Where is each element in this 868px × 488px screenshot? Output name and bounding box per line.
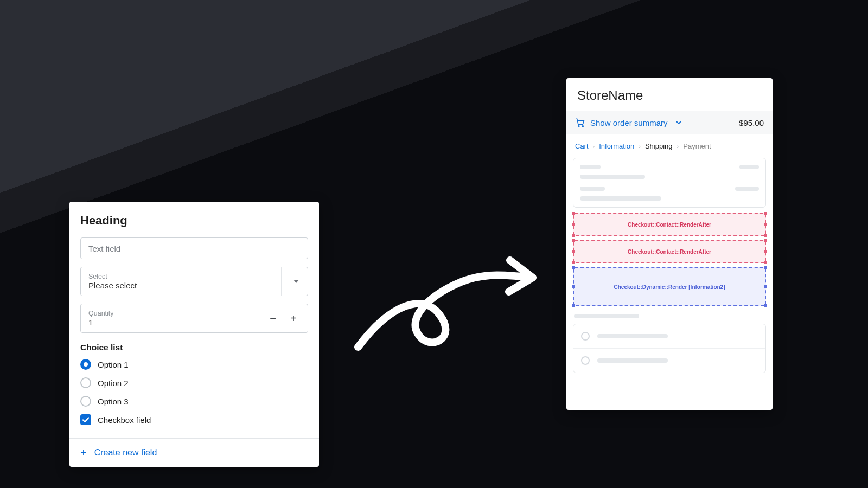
summary-toggle-label: Show order summary — [590, 118, 668, 127]
chevron-right-icon: › — [677, 143, 679, 150]
minus-icon[interactable]: − — [266, 312, 279, 325]
chevron-right-icon: › — [639, 143, 641, 150]
text-field-input[interactable]: Text field — [80, 237, 308, 259]
crumb-shipping: Shipping — [645, 142, 673, 150]
select-label: Select — [88, 273, 300, 280]
skeleton-list — [573, 324, 766, 373]
radio-icon — [80, 359, 91, 370]
radio-label: Option 2 — [98, 378, 129, 388]
svg-point-0 — [578, 126, 579, 127]
crumb-information[interactable]: Information — [599, 142, 634, 150]
radio-icon — [581, 332, 590, 341]
create-new-field-button[interactable]: + Create new field — [69, 438, 319, 467]
plus-icon[interactable]: + — [287, 312, 300, 325]
store-header: StoreName — [566, 78, 773, 111]
radio-option-3[interactable]: Option 3 — [80, 396, 308, 407]
order-total: $95.00 — [739, 118, 764, 127]
extension-slot-dynamic-render[interactable]: Checkout::Dynamic::Render [Information2] — [573, 267, 766, 306]
skeleton-line — [597, 358, 668, 363]
choice-list-heading: Choice list — [80, 343, 308, 352]
cart-icon — [575, 118, 585, 127]
list-item — [573, 324, 765, 348]
svg-point-1 — [582, 126, 583, 127]
create-field-label: Create new field — [94, 448, 157, 458]
checkbox-field[interactable]: Checkbox field — [80, 414, 308, 425]
checkout-breadcrumb: Cart › Information › Shipping › Payment — [566, 134, 773, 156]
crumb-payment: Payment — [683, 142, 711, 150]
radio-option-2[interactable]: Option 2 — [80, 377, 308, 388]
order-summary-toggle[interactable]: Show order summary $95.00 — [566, 111, 773, 134]
plus-icon: + — [80, 447, 87, 458]
checkbox-icon — [80, 414, 91, 425]
extension-slot-contact-render-after-1[interactable]: Checkout::Contact::RenderAfter — [573, 213, 766, 236]
crumb-cart[interactable]: Cart — [575, 142, 589, 150]
chevron-down-icon — [675, 118, 682, 127]
store-name: StoreName — [577, 88, 762, 103]
radio-option-1[interactable]: Option 1 — [80, 359, 308, 370]
chevron-down-icon — [293, 280, 299, 283]
checkbox-label: Checkbox field — [98, 415, 151, 425]
radio-label: Option 1 — [98, 360, 129, 369]
form-heading: Heading — [80, 214, 308, 228]
form-builder-card: Heading Text field Select Please select … — [69, 202, 319, 467]
extension-label: Checkout::Contact::RenderAfter — [628, 249, 711, 255]
chevron-right-icon: › — [593, 143, 595, 150]
skeleton-line — [597, 334, 668, 338]
checkout-preview-card: StoreName Show order summary $95.00 Cart… — [566, 78, 773, 410]
extension-slot-contact-render-after-2[interactable]: Checkout::Contact::RenderAfter — [573, 240, 766, 263]
radio-icon — [581, 356, 590, 365]
skeleton-panel — [573, 158, 766, 208]
skeleton-line — [574, 314, 639, 318]
radio-label: Option 3 — [98, 397, 129, 406]
text-field-placeholder: Text field — [88, 244, 300, 253]
select-value: Please select — [88, 281, 300, 290]
extension-label: Checkout::Dynamic::Render [Information2] — [614, 284, 725, 290]
list-item — [573, 348, 765, 373]
extension-label: Checkout::Contact::RenderAfter — [628, 222, 711, 228]
select-field[interactable]: Select Please select — [80, 267, 308, 296]
quantity-stepper[interactable]: Quantity 1 − + — [80, 304, 308, 333]
radio-icon — [80, 396, 91, 407]
arrow-icon — [347, 239, 542, 363]
radio-icon — [80, 377, 91, 388]
